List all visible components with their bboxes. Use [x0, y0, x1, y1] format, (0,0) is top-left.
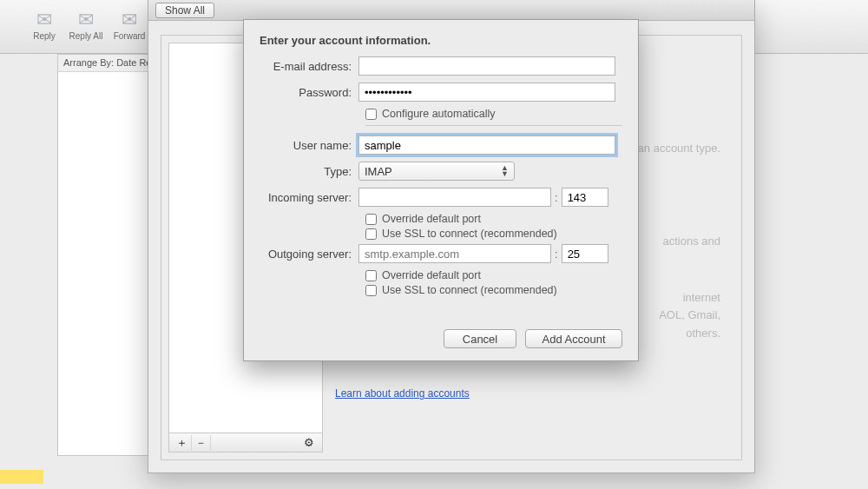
reply-button[interactable]: ✉︎ Reply — [26, 10, 62, 41]
account-setup-dialog: Enter your account information. E-mail a… — [243, 19, 639, 361]
cancel-button[interactable]: Cancel — [444, 329, 516, 348]
select-arrows-icon: ▲▼ — [501, 165, 509, 177]
arrange-by-label: Arrange By: Date Re — [63, 57, 152, 68]
accounts-toolbar: Show All — [148, 0, 754, 21]
dialog-title: Enter your account information. — [260, 34, 622, 47]
incoming-server-field[interactable] — [358, 188, 551, 207]
username-field[interactable] — [358, 135, 615, 155]
configure-auto-label: Configure automatically — [382, 108, 496, 120]
incoming-override-label: Override default port — [382, 213, 481, 225]
reply-all-label: Reply All — [69, 31, 103, 41]
port-separator: : — [555, 191, 558, 204]
forward-button[interactable]: ✉︎ Forward — [111, 10, 148, 41]
incoming-override-checkbox[interactable] — [365, 214, 377, 225]
configure-auto-checkbox[interactable] — [365, 109, 377, 120]
help-area: Learn about adding accounts — [335, 387, 729, 447]
outgoing-port-field[interactable] — [562, 244, 608, 263]
incoming-ssl-label: Use SSL to connect (recommended) — [382, 228, 557, 240]
accounts-list-footer: ＋ － ⚙ — [169, 433, 322, 452]
forward-label: Forward — [114, 31, 146, 41]
forward-icon: ✉︎ — [111, 10, 148, 30]
type-value: IMAP — [365, 165, 392, 178]
port-separator-2: : — [555, 248, 558, 261]
incoming-port-field[interactable] — [562, 188, 608, 207]
show-all-button[interactable]: Show All — [155, 3, 214, 18]
reply-all-button[interactable]: ✉︎ Reply All — [68, 10, 104, 41]
add-account-button[interactable]: Add Account — [525, 329, 622, 348]
type-label: Type: — [260, 165, 358, 178]
email-label: E-mail address: — [260, 60, 358, 73]
outgoing-override-checkbox[interactable] — [365, 270, 377, 281]
password-label: Password: — [260, 86, 358, 99]
reply-all-icon: ✉︎ — [68, 10, 104, 30]
type-select[interactable]: IMAP ▲▼ — [358, 162, 515, 181]
learn-link[interactable]: Learn about adding accounts — [335, 387, 470, 400]
password-field[interactable] — [358, 83, 615, 102]
email-field[interactable] — [358, 56, 615, 76]
reply-label: Reply — [33, 31, 56, 41]
dialog-button-bar: Cancel Add Account — [444, 329, 622, 348]
remove-account-icon[interactable]: － — [192, 435, 211, 451]
selection-highlight — [0, 470, 43, 484]
add-account-icon[interactable]: ＋ — [173, 435, 192, 451]
gear-icon[interactable]: ⚙ — [299, 435, 319, 451]
outgoing-ssl-label: Use SSL to connect (recommended) — [382, 284, 557, 296]
outgoing-ssl-checkbox[interactable] — [365, 285, 377, 296]
outgoing-override-label: Override default port — [382, 269, 481, 281]
outgoing-label: Outgoing server: — [260, 248, 358, 261]
divider — [365, 125, 622, 126]
username-label: User name: — [260, 139, 358, 152]
incoming-ssl-checkbox[interactable] — [365, 228, 377, 240]
reply-icon: ✉︎ — [26, 10, 62, 30]
incoming-label: Incoming server: — [260, 191, 358, 204]
outgoing-server-field[interactable] — [358, 244, 551, 263]
